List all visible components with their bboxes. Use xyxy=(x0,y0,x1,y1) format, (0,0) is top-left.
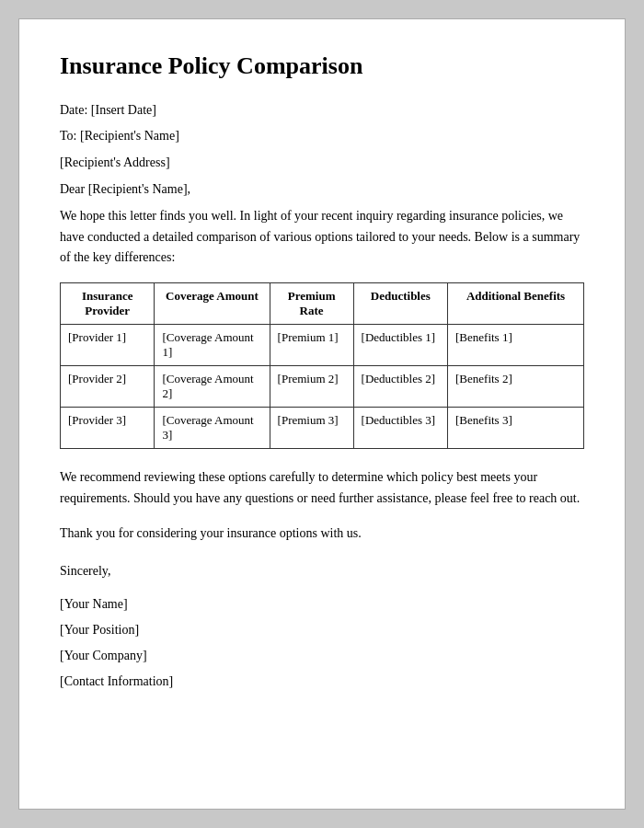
table-row: [Provider 2][Coverage Amount 2][Premium … xyxy=(61,366,584,408)
header-coverage: Coverage Amount xyxy=(155,283,270,325)
contact-info: [Contact Information] xyxy=(60,669,584,695)
table-cell: [Coverage Amount 3] xyxy=(155,408,270,449)
table-cell: [Provider 3] xyxy=(61,408,155,449)
comparison-table: Insurance Provider Coverage Amount Premi… xyxy=(60,282,584,449)
table-cell: [Deductibles 1] xyxy=(353,325,447,366)
page-title: Insurance Policy Comparison xyxy=(60,52,584,80)
header-deductibles: Deductibles xyxy=(353,283,447,325)
table-cell: [Premium 1] xyxy=(270,325,353,366)
table-cell: [Premium 3] xyxy=(270,408,353,449)
recommendation-paragraph: We recommend reviewing these options car… xyxy=(60,467,584,509)
thanks-paragraph: Thank you for considering your insurance… xyxy=(60,523,584,544)
table-row: [Provider 1][Coverage Amount 1][Premium … xyxy=(61,325,584,366)
your-position: [Your Position] xyxy=(60,617,584,643)
table-cell: [Coverage Amount 2] xyxy=(155,366,270,408)
table-cell: [Deductibles 3] xyxy=(353,408,447,449)
closing-block: Sincerely, xyxy=(60,559,584,582)
sincerely-line: Sincerely, xyxy=(60,559,584,582)
date-line: Date: [Insert Date] xyxy=(60,100,584,121)
header-provider: Insurance Provider xyxy=(61,283,155,325)
table-cell: [Benefits 3] xyxy=(448,408,584,449)
your-name: [Your Name] xyxy=(60,592,584,617)
table-cell: [Benefits 1] xyxy=(448,325,584,366)
address-line: [Recipient's Address] xyxy=(60,153,584,173)
intro-paragraph: We hope this letter finds you well. In l… xyxy=(60,206,584,268)
table-cell: [Provider 2] xyxy=(61,366,155,408)
table-cell: [Deductibles 2] xyxy=(353,366,447,408)
table-row: [Provider 3][Coverage Amount 3][Premium … xyxy=(61,408,584,449)
to-line: To: [Recipient's Name] xyxy=(60,126,584,146)
document-page: Insurance Policy Comparison Date: [Inser… xyxy=(18,18,626,810)
table-cell: [Premium 2] xyxy=(270,366,353,408)
salutation-line: Dear [Recipient's Name], xyxy=(60,182,584,197)
your-company: [Your Company] xyxy=(60,643,584,669)
header-benefits: Additional Benefits xyxy=(448,283,584,325)
signature-block: [Your Name] [Your Position] [Your Compan… xyxy=(60,592,584,695)
table-cell: [Coverage Amount 1] xyxy=(155,325,270,366)
table-cell: [Benefits 2] xyxy=(448,366,584,408)
header-premium: Premium Rate xyxy=(270,283,353,325)
table-header-row: Insurance Provider Coverage Amount Premi… xyxy=(61,283,584,325)
table-cell: [Provider 1] xyxy=(61,325,155,366)
